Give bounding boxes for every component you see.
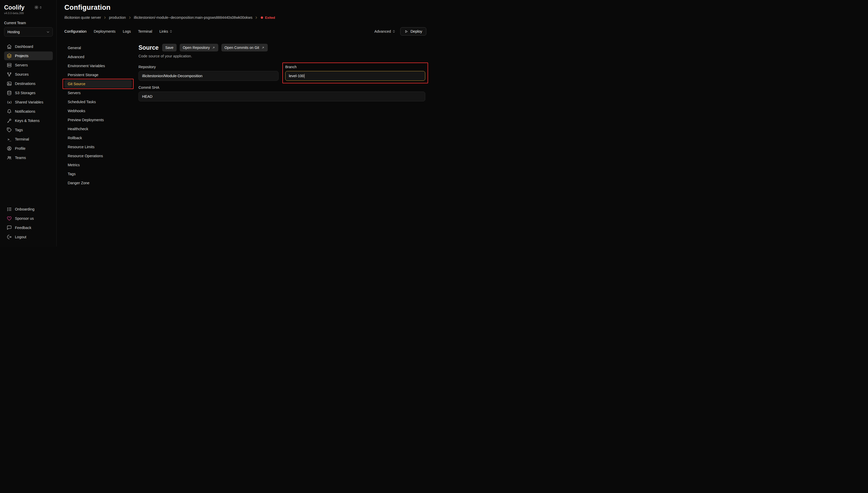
settings-subnav: General Advanced Environment Variables P… bbox=[64, 44, 132, 188]
sidebar-item-sources[interactable]: Sources bbox=[4, 70, 53, 79]
sidebar-item-profile[interactable]: Profile bbox=[4, 144, 53, 153]
team-select-value: Hosting bbox=[7, 30, 20, 34]
app-version: v4.0.0-beta.399 bbox=[4, 12, 53, 15]
subnav-item-git-source[interactable]: Git Source bbox=[64, 80, 132, 88]
status-badge: Exited bbox=[261, 16, 275, 20]
sidebar-item-s3-storages[interactable]: S3 Storages bbox=[4, 88, 53, 97]
breadcrumb-application[interactable]: illicitestonion/-module--decomposition:m… bbox=[134, 16, 253, 20]
tab-bar-right: Advanced Deploy bbox=[374, 27, 426, 36]
sidebar-item-logout[interactable]: Logout bbox=[4, 233, 53, 241]
configuration-content: General Advanced Environment Variables P… bbox=[64, 44, 426, 188]
sidebar-item-label: Servers bbox=[15, 63, 28, 67]
subnav-item-advanced[interactable]: Advanced bbox=[64, 53, 132, 61]
sidebar: Coolify v4.0.0-beta.399 Current Team Hos… bbox=[0, 0, 57, 246]
tab-links[interactable]: Links bbox=[159, 29, 173, 34]
sun-icon bbox=[34, 5, 39, 9]
chat-bubble-icon bbox=[7, 225, 12, 230]
subnav-item-webhooks[interactable]: Webhooks bbox=[64, 107, 132, 115]
tag-icon bbox=[7, 127, 12, 132]
sidebar-item-feedback[interactable]: Feedback bbox=[4, 223, 53, 232]
branch-input[interactable]: level-100 bbox=[285, 71, 425, 81]
breadcrumb-project[interactable]: illicitonion quote server bbox=[64, 16, 101, 20]
theme-select[interactable] bbox=[34, 5, 42, 9]
sidebar-item-dashboard[interactable]: Dashboard bbox=[4, 42, 53, 51]
subnav-item-servers[interactable]: Servers bbox=[64, 89, 132, 97]
checklist-icon bbox=[7, 207, 12, 212]
sidebar-item-label: Sources bbox=[15, 72, 28, 77]
external-link-icon bbox=[212, 46, 215, 49]
team-select[interactable]: Hosting bbox=[4, 27, 53, 37]
save-button[interactable]: Save bbox=[162, 44, 176, 51]
subnav-item-persistent-storage[interactable]: Persistent Storage bbox=[64, 71, 132, 79]
sidebar-item-terminal[interactable]: >_ Terminal bbox=[4, 135, 53, 144]
deploy-button[interactable]: Deploy bbox=[400, 27, 426, 36]
tab-deployments[interactable]: Deployments bbox=[94, 29, 115, 34]
repository-field: Repository bbox=[139, 65, 278, 81]
open-commits-button[interactable]: Open Commits on Git bbox=[221, 44, 268, 51]
sidebar-item-onboarding[interactable]: Onboarding bbox=[4, 205, 53, 214]
source-heading: Source bbox=[139, 44, 158, 51]
database-icon bbox=[7, 90, 12, 95]
open-repository-button[interactable]: Open Repository bbox=[180, 44, 218, 51]
branch-input-value: level-100 bbox=[289, 74, 304, 78]
sidebar-item-projects[interactable]: Projects bbox=[4, 51, 53, 60]
subnav-item-general[interactable]: General bbox=[64, 44, 132, 52]
page-title: Configuration bbox=[64, 4, 426, 12]
sidebar-item-shared-variables[interactable]: (x) Shared Variables bbox=[4, 98, 53, 107]
chevron-right-icon bbox=[128, 16, 131, 19]
breadcrumb-environment[interactable]: production bbox=[109, 16, 126, 20]
layers-icon bbox=[7, 53, 12, 59]
sidebar-item-tags[interactable]: Tags bbox=[4, 126, 53, 134]
subnav-item-tags[interactable]: Tags bbox=[64, 170, 132, 178]
image-box-icon bbox=[7, 81, 12, 86]
subnav-item-preview-deployments[interactable]: Preview Deployments bbox=[64, 116, 132, 124]
advanced-dropdown[interactable]: Advanced bbox=[374, 29, 396, 34]
open-commits-label: Open Commits on Git bbox=[225, 46, 259, 50]
tab-terminal[interactable]: Terminal bbox=[138, 29, 152, 34]
subnav-item-scheduled-tasks[interactable]: Scheduled Tasks bbox=[64, 98, 132, 106]
sidebar-item-teams[interactable]: Teams bbox=[4, 153, 53, 162]
deploy-button-label: Deploy bbox=[410, 29, 422, 34]
sidebar-item-label: Onboarding bbox=[15, 207, 35, 211]
subnav-item-resource-operations[interactable]: Resource Operations bbox=[64, 152, 132, 160]
chevrons-up-down-icon bbox=[392, 29, 396, 33]
server-icon bbox=[7, 63, 12, 68]
sidebar-item-destinations[interactable]: Destinations bbox=[4, 79, 53, 88]
sidebar-item-label: Projects bbox=[15, 54, 28, 58]
repository-input[interactable] bbox=[139, 71, 278, 81]
sidebar-item-servers[interactable]: Servers bbox=[4, 61, 53, 69]
text-caret bbox=[304, 74, 305, 78]
sidebar-item-label: Logout bbox=[15, 235, 26, 239]
chevron-right-icon bbox=[103, 16, 107, 19]
subnav-item-healthcheck[interactable]: Healthcheck bbox=[64, 125, 132, 133]
app-logo: Coolify bbox=[4, 4, 24, 11]
heart-icon bbox=[7, 216, 12, 221]
subnav-item-environment-variables[interactable]: Environment Variables bbox=[64, 62, 132, 70]
repo-branch-row: Repository Branch level-100 bbox=[139, 65, 425, 81]
branch-label: Branch bbox=[285, 65, 425, 69]
current-team-label: Current Team bbox=[4, 21, 53, 25]
subnav-item-rollback[interactable]: Rollback bbox=[64, 134, 132, 142]
tab-logs[interactable]: Logs bbox=[123, 29, 131, 34]
status-dot-icon bbox=[261, 17, 263, 19]
home-icon bbox=[7, 44, 12, 49]
chevrons-up-down-icon bbox=[39, 6, 42, 9]
sidebar-item-label: Dashboard bbox=[15, 44, 33, 49]
subnav-item-metrics[interactable]: Metrics bbox=[64, 161, 132, 169]
sidebar-item-label: Destinations bbox=[15, 82, 36, 86]
sidebar-item-label: Sponsor us bbox=[15, 216, 34, 220]
source-description: Code source of your application. bbox=[139, 54, 425, 58]
subnav-item-danger-zone[interactable]: Danger Zone bbox=[64, 179, 132, 187]
sidebar-item-notifications[interactable]: Notifications bbox=[4, 107, 53, 116]
advanced-label: Advanced bbox=[374, 29, 391, 34]
variable-x-icon: (x) bbox=[7, 100, 12, 105]
commit-sha-input[interactable] bbox=[139, 92, 425, 101]
sidebar-item-sponsor[interactable]: Sponsor us bbox=[4, 214, 53, 223]
sidebar-item-keys-tokens[interactable]: Keys & Tokens bbox=[4, 116, 53, 125]
status-text: Exited bbox=[265, 16, 275, 20]
sidebar-item-label: Notifications bbox=[15, 109, 35, 113]
subnav-item-git-source-label: Git Source bbox=[68, 82, 85, 86]
source-header: Source Save Open Repository Open Commits… bbox=[139, 44, 425, 51]
subnav-item-resource-limits[interactable]: Resource Limits bbox=[64, 143, 132, 151]
tab-configuration[interactable]: Configuration bbox=[64, 29, 86, 34]
